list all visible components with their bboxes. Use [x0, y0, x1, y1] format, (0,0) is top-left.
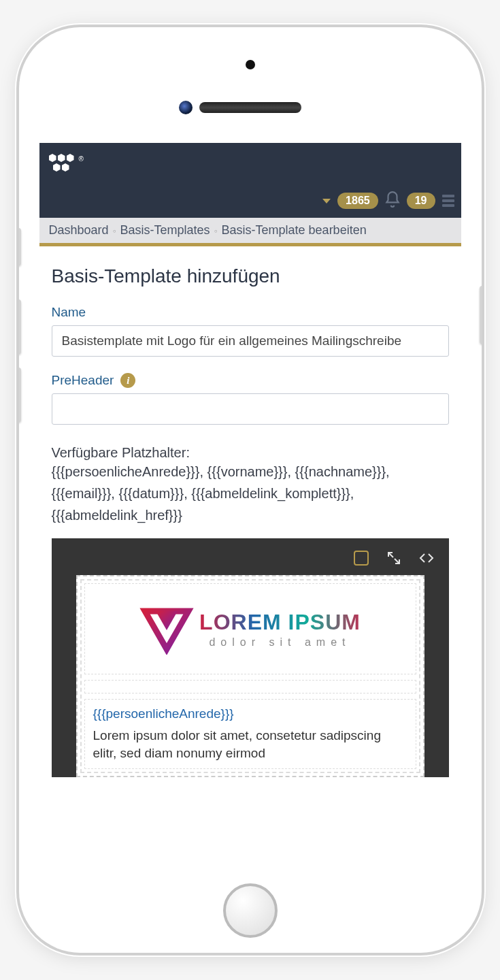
mute-switch — [19, 228, 21, 265]
editor-fullscreen-button[interactable] — [384, 548, 404, 568]
preheader-label: PreHeader i — [52, 373, 449, 388]
template-logo-block[interactable]: LOREM IPSUM dolor sit amet — [84, 583, 416, 674]
template-logo-subtitle: dolor sit amet — [199, 636, 361, 649]
phone-camera — [179, 101, 193, 114]
breadcrumb-current: Basis-Template bearbeiten — [222, 223, 367, 238]
page-title: Basis-Template hinzufügen — [52, 265, 449, 287]
breadcrumb: Dashboard ◦ Basis-Templates ◦ Basis-Temp… — [39, 218, 461, 243]
home-button[interactable] — [223, 883, 278, 938]
content-area: Basis-Template hinzufügen Name PreHeader… — [39, 246, 461, 871]
placeholders-label: Verfügbare Platzhalter: — [52, 445, 449, 461]
breadcrumb-separator: ◦ — [214, 225, 218, 236]
template-logo-title: LOREM IPSUM — [199, 610, 361, 635]
template-body-text: Lorem ipsum dolor sit amet, consetetur s… — [93, 728, 381, 760]
template-salutation-placeholder: {{{persoenlicheAnrede}}} — [93, 706, 407, 721]
editor-outline-button[interactable] — [351, 548, 371, 568]
breadcrumb-separator: ◦ — [113, 225, 116, 236]
editor-toolbar — [60, 545, 441, 575]
expand-icon — [386, 550, 402, 566]
code-icon — [418, 550, 435, 566]
square-icon — [354, 551, 369, 566]
bell-icon[interactable] — [384, 191, 401, 211]
editor-frame: LOREM IPSUM dolor sit amet {{{persoenlic… — [52, 538, 449, 777]
phone-sensor — [246, 60, 255, 69]
template-content-block[interactable]: {{{persoenlicheAnrede}}} Lorem ipsum dol… — [84, 699, 416, 769]
volume-up — [19, 299, 21, 354]
info-icon[interactable]: i — [120, 373, 135, 388]
preheader-label-text: PreHeader — [52, 373, 114, 388]
dropdown-caret-icon[interactable] — [322, 199, 331, 203]
template-logo-icon — [139, 600, 194, 657]
secondary-count-badge[interactable]: 19 — [407, 193, 435, 209]
name-input[interactable] — [52, 325, 449, 357]
placeholders-list: {{{persoenlicheAnrede}}}, {{{vorname}}},… — [52, 461, 449, 526]
phone-speaker — [199, 102, 301, 113]
name-label-text: Name — [52, 305, 86, 320]
editor-code-button[interactable] — [416, 548, 437, 568]
notification-count-badge[interactable]: 1865 — [337, 193, 378, 209]
phone-top — [19, 27, 482, 143]
preheader-input[interactable] — [52, 393, 449, 425]
screen: ® 1865 19 Dashboard ◦ Basis-Templates ◦ … — [39, 143, 461, 871]
app-logo-icon[interactable]: ® — [49, 154, 76, 176]
volume-down — [19, 368, 21, 422]
editor-canvas[interactable]: LOREM IPSUM dolor sit amet {{{persoenlic… — [76, 575, 424, 777]
app-header: ® 1865 19 — [39, 143, 461, 218]
name-label: Name — [52, 305, 449, 320]
breadcrumb-basis-templates[interactable]: Basis-Templates — [120, 223, 210, 238]
power-button — [480, 286, 482, 344]
stack-icon[interactable] — [442, 195, 454, 207]
template-spacer-block[interactable] — [84, 680, 416, 693]
phone-frame: ® 1865 19 Dashboard ◦ Basis-Templates ◦ … — [19, 27, 482, 953]
breadcrumb-dashboard[interactable]: Dashboard — [49, 223, 109, 238]
